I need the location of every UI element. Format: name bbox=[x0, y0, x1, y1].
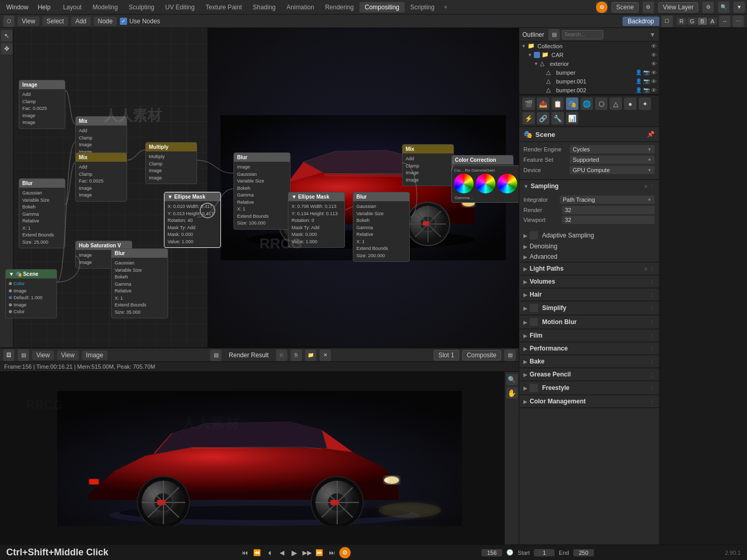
color-management-header[interactable]: Color Management ⋮ bbox=[519, 395, 659, 408]
bookmark-icon[interactable]: ☆ bbox=[276, 349, 287, 361]
channel-b-btn[interactable]: B bbox=[698, 18, 707, 25]
pin-icon[interactable]: 📌 bbox=[647, 131, 655, 138]
color-wheel-1[interactable] bbox=[454, 174, 474, 193]
move-tool-icon[interactable]: ✥ bbox=[1, 43, 12, 54]
tab-shading[interactable]: Shading bbox=[247, 2, 281, 12]
outliner-filter-icon[interactable]: ▼ bbox=[649, 31, 656, 38]
node-mix-2[interactable]: Mix AddClampFac: 0.0025ImageImage bbox=[75, 152, 127, 202]
sampling-dots-icon[interactable]: ⋮ bbox=[649, 184, 655, 189]
particles-props-icon[interactable]: ✦ bbox=[639, 97, 651, 110]
node-multiply[interactable]: Multiply MultiplyClampImageImage bbox=[145, 142, 197, 184]
image-canvas[interactable]: 🔍 ✋ RRCG 人人素材 bbox=[0, 372, 519, 544]
perf-dots-icon[interactable]: ⋮ bbox=[649, 346, 655, 352]
node-blur-bottom[interactable]: Blur GaussianVariable SizeBokeh GammaRel… bbox=[111, 248, 168, 318]
channel-g-btn[interactable]: G bbox=[687, 18, 697, 25]
view-layer-settings-icon[interactable]: ⚙ bbox=[702, 2, 714, 13]
car-visibility-icon[interactable]: 👁 bbox=[651, 52, 657, 58]
frame-end-input[interactable]: 250 bbox=[573, 549, 594, 556]
view-layer-props-icon[interactable]: 📋 bbox=[551, 97, 564, 110]
hair-header[interactable]: Hair ⋮ bbox=[519, 288, 659, 301]
channel-r-btn[interactable]: R bbox=[677, 18, 686, 25]
vol-dots-icon[interactable]: ⋮ bbox=[649, 279, 655, 285]
node-image-1[interactable]: Image AddClampFac: 0.0025ImageImage bbox=[19, 80, 65, 129]
outliner-search-input[interactable] bbox=[562, 30, 603, 39]
slot-selector[interactable]: Slot 1 bbox=[434, 350, 459, 360]
tab-animation[interactable]: Animation bbox=[281, 2, 319, 12]
node-menu[interactable]: Node bbox=[94, 17, 117, 26]
tab-texture-paint[interactable]: Texture Paint bbox=[200, 2, 247, 12]
outliner-item-bumper002[interactable]: △ bumper.002 👤 📷 👁 bbox=[538, 86, 659, 94]
render-engine-value[interactable]: Cycles ▼ bbox=[570, 145, 655, 153]
lp-dots-icon[interactable]: ⋮ bbox=[649, 266, 655, 272]
flip-icon[interactable]: ↔ bbox=[719, 16, 730, 27]
bumper001-eye-icon[interactable]: 👁 bbox=[651, 78, 657, 85]
image-view-mode-icon[interactable]: ▤ bbox=[18, 349, 29, 361]
image-image-menu[interactable]: Image bbox=[82, 351, 107, 360]
color-wheel-node[interactable]: Cor... Re GammaGain Gamma... bbox=[451, 165, 519, 203]
data-props-icon[interactable]: 📊 bbox=[566, 112, 578, 124]
advanced-sampling-section[interactable]: Advanced bbox=[519, 251, 659, 262]
add-workspace-button[interactable]: + bbox=[440, 3, 450, 12]
zoom-tool-icon[interactable]: 🔍 bbox=[506, 374, 518, 385]
volumes-header[interactable]: Volumes ⋮ bbox=[519, 275, 659, 288]
current-frame-input[interactable]: 156 bbox=[481, 549, 502, 556]
image-editor-type-icon[interactable]: 🖼 bbox=[3, 349, 15, 361]
view-layer-selector[interactable]: View Layer bbox=[658, 2, 698, 12]
backdrop-toggle-icon[interactable]: ☐ bbox=[661, 16, 673, 27]
tab-sculpting[interactable]: Sculpting bbox=[123, 2, 159, 12]
hand-tool-icon[interactable]: ✋ bbox=[506, 387, 518, 399]
jump-to-end-btn[interactable]: ⏭ bbox=[327, 548, 337, 558]
outliner-item-car[interactable]: ▼ 📁 CAR 👁 bbox=[525, 50, 659, 59]
hair-dots-icon[interactable]: ⋮ bbox=[649, 292, 655, 298]
editor-type-icon[interactable]: ⬡ bbox=[3, 16, 15, 27]
close-icon[interactable]: ✕ bbox=[320, 349, 331, 361]
outliner-expand-collection[interactable]: ▼ bbox=[521, 44, 528, 49]
grease-pencil-header[interactable]: Grease Pencil ⋮ bbox=[519, 368, 659, 381]
sampling-list-icon[interactable]: ≡ bbox=[644, 184, 647, 189]
color-wheel-3[interactable] bbox=[497, 174, 517, 193]
prev-keyframe-btn[interactable]: ⏪ bbox=[252, 548, 262, 558]
window-menu[interactable]: Window bbox=[2, 3, 33, 12]
sampling-header[interactable]: Sampling ≡ ⋮ bbox=[519, 180, 659, 192]
gp-dots-icon[interactable]: ⋮ bbox=[649, 372, 655, 377]
feature-set-dropdown[interactable]: Supported ▼ bbox=[573, 157, 652, 163]
outliner-expand-car[interactable]: ▼ bbox=[528, 52, 534, 58]
output-props-icon[interactable]: 📤 bbox=[537, 97, 549, 110]
filter-icon[interactable]: ▼ bbox=[734, 2, 745, 13]
lp-list-icon[interactable]: ≡ bbox=[644, 266, 647, 272]
use-nodes-checkbox[interactable] bbox=[120, 18, 127, 25]
freestyle-header[interactable]: Freestyle ⋮ bbox=[519, 381, 659, 395]
composite-selector[interactable]: Composite bbox=[462, 350, 501, 360]
help-menu[interactable]: Help bbox=[34, 3, 55, 12]
backdrop-button[interactable]: Backdrop bbox=[622, 17, 659, 26]
node-ellipse-mask[interactable]: ▼ Ellipse Mask X: 0.010 Width: 0.417 Y: … bbox=[164, 192, 221, 248]
next-keyframe-btn[interactable]: ⏩ bbox=[314, 548, 325, 558]
freestyle-checkbox[interactable] bbox=[530, 384, 538, 392]
collection-visibility-icon[interactable]: 👁 bbox=[651, 43, 657, 49]
integrator-value[interactable]: Path Tracing ▼ bbox=[560, 195, 655, 204]
frame-start-input[interactable]: 1 bbox=[534, 549, 555, 556]
simplify-dots-icon[interactable]: ⋮ bbox=[649, 305, 655, 311]
scene-props-icon[interactable]: 🎭 bbox=[566, 97, 578, 110]
tab-compositing[interactable]: Compositing bbox=[359, 2, 405, 12]
adaptive-sampling-section[interactable]: Adaptive Sampling bbox=[519, 230, 659, 241]
channel-a-btn[interactable]: A bbox=[708, 18, 717, 25]
constraints-props-icon[interactable]: 🔗 bbox=[537, 112, 549, 124]
node-ellipse-mask-2[interactable]: ▼ Ellipse Mask X: 0.706 Width: 0.113 Y: … bbox=[288, 192, 345, 248]
render-samples-value[interactable]: 32 bbox=[562, 206, 655, 214]
viewport-samples-value[interactable]: 32 bbox=[562, 216, 655, 224]
outliner-item-exterior[interactable]: ▼ △ exterior 👁 bbox=[532, 59, 659, 68]
copy-icon[interactable]: ⎘ bbox=[290, 349, 302, 361]
node-scene[interactable]: ▼ 🎭 Scene Color Image Default: 1.000 Ima… bbox=[5, 269, 57, 318]
render-result-icon[interactable]: ▤ bbox=[210, 349, 222, 361]
node-blur-3[interactable]: Blur GaussianVariable SizeBokeh GammaRel… bbox=[353, 192, 410, 262]
use-nodes-toggle[interactable]: Use Nodes bbox=[120, 18, 160, 25]
next-frame-btn[interactable]: ▶▶ bbox=[302, 548, 312, 558]
physics-props-icon[interactable]: ⚡ bbox=[522, 112, 535, 124]
bumper-eye-icon[interactable]: 👁 bbox=[651, 69, 657, 76]
bumper002-eye-icon[interactable]: 👁 bbox=[651, 87, 657, 93]
light-paths-header[interactable]: Light Paths ≡ ⋮ bbox=[519, 262, 659, 275]
node-mix-3[interactable]: Mix AddClampImageImage bbox=[402, 144, 454, 186]
render-props-icon[interactable]: 🎬 bbox=[522, 97, 535, 110]
node-mix-1[interactable]: Mix AddClampImageImage bbox=[75, 116, 127, 158]
